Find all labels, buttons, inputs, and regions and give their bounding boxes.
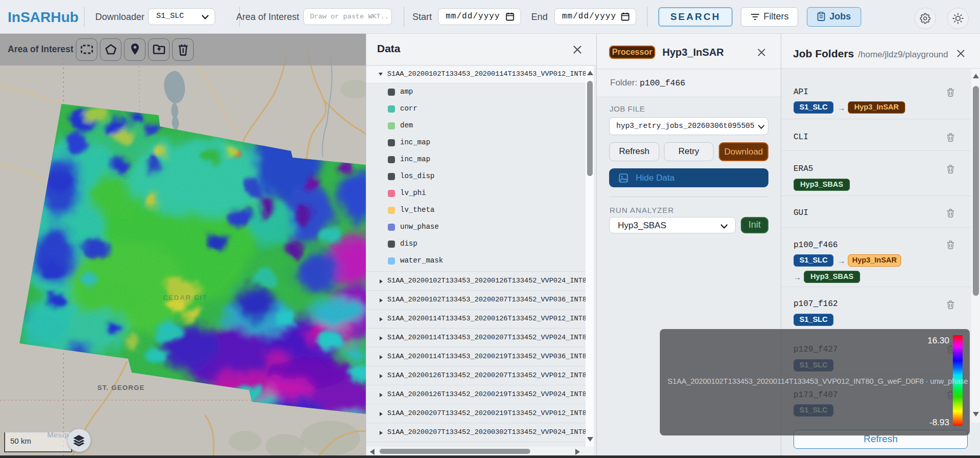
svg-text:ST. GEORGE: ST. GEORGE	[97, 384, 145, 391]
svg-text:CEDAR CIT: CEDAR CIT	[163, 294, 207, 301]
